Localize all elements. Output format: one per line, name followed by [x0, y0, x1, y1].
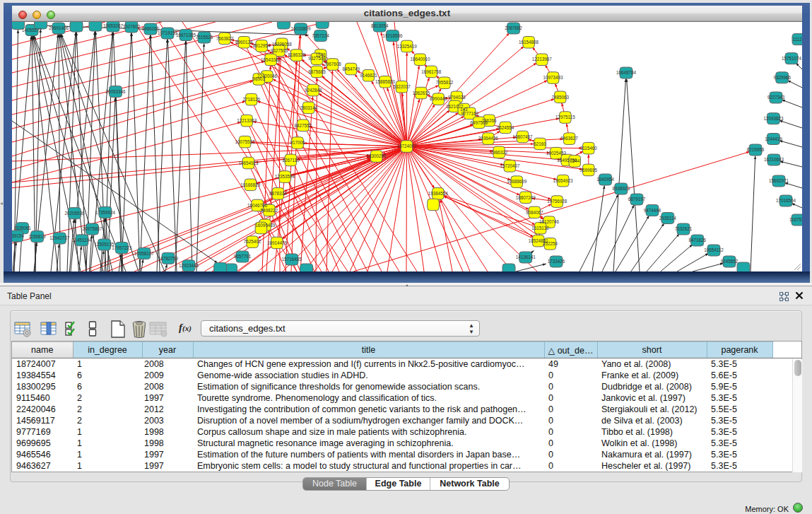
svg-text:20206536: 20206536 — [64, 211, 85, 216]
svg-text:7485063: 7485063 — [551, 95, 569, 100]
svg-text:1544: 1544 — [570, 158, 580, 163]
svg-text:139154: 139154 — [12, 233, 25, 238]
svg-text:20053346: 20053346 — [105, 89, 126, 94]
svg-text:10654112: 10654112 — [704, 247, 724, 252]
svg-text:1156819: 1156819 — [29, 234, 47, 239]
svg-text:2087682: 2087682 — [505, 25, 522, 30]
svg-text:9245652: 9245652 — [721, 259, 739, 264]
svg-text:9794028: 9794028 — [448, 95, 466, 100]
svg-text:8471626: 8471626 — [688, 238, 706, 243]
svg-text:8938923: 8938923 — [613, 186, 630, 191]
svg-text:10958107: 10958107 — [134, 251, 155, 256]
svg-text:917006: 917006 — [290, 140, 305, 145]
svg-text:19756928: 19756928 — [547, 199, 567, 204]
svg-text:6879197: 6879197 — [628, 197, 646, 201]
svg-text:9115460: 9115460 — [580, 146, 598, 151]
svg-text:1640954: 1640954 — [596, 177, 614, 182]
svg-text:2967608: 2967608 — [324, 62, 341, 66]
svg-text:6497568: 6497568 — [471, 120, 488, 125]
svg-text:8813054: 8813054 — [371, 23, 389, 28]
svg-text:18724007: 18724007 — [396, 144, 417, 148]
svg-text:7955812: 7955812 — [436, 80, 454, 85]
svg-text:9329966: 9329966 — [773, 75, 791, 80]
svg-text:19654923: 19654923 — [553, 178, 574, 183]
svg-text:19218506: 19218506 — [382, 33, 403, 38]
svg-text:12093823: 12093823 — [763, 116, 784, 121]
svg-text:18640910: 18640910 — [410, 57, 430, 62]
svg-text:7515526: 7515526 — [196, 35, 213, 40]
svg-text:16154808: 16154808 — [519, 40, 539, 45]
svg-text:6875685: 6875685 — [308, 69, 326, 74]
svg-text:12942737: 12942737 — [49, 235, 70, 240]
svg-text:10719155: 10719155 — [158, 30, 178, 35]
svg-text:10807487: 10807487 — [512, 134, 533, 139]
svg-text:17957223: 17957223 — [112, 245, 132, 250]
svg-text:16961758: 16961758 — [421, 69, 442, 74]
svg-text:8912954: 8912954 — [253, 43, 271, 48]
svg-text:8267110: 8267110 — [282, 158, 300, 163]
svg-text:1615132: 1615132 — [531, 226, 549, 230]
svg-text:18807249: 18807249 — [516, 195, 536, 200]
svg-text:7986322: 7986322 — [490, 150, 508, 155]
svg-text:19654923: 19654923 — [238, 160, 259, 165]
svg-text:19166829: 19166829 — [240, 182, 261, 187]
svg-text:8215958: 8215958 — [747, 147, 765, 152]
svg-text:16914479: 16914479 — [267, 240, 288, 245]
svg-text:16120746: 16120746 — [539, 219, 560, 224]
svg-text:8186328: 8186328 — [288, 52, 305, 57]
svg-text:5322037: 5322037 — [393, 84, 411, 89]
svg-text:20691406: 20691406 — [49, 25, 69, 30]
svg-text:1527602: 1527602 — [123, 24, 141, 29]
svg-text:2803144: 2803144 — [300, 105, 317, 110]
svg-text:10688609: 10688609 — [507, 179, 527, 184]
svg-text:2935114: 2935114 — [659, 216, 677, 221]
svg-text:1362615: 1362615 — [413, 90, 430, 95]
svg-text:18300295: 18300295 — [367, 153, 387, 158]
svg-text:16046766: 16046766 — [247, 203, 268, 208]
svg-text:16543382: 16543382 — [261, 57, 281, 62]
svg-text:16033809: 16033809 — [291, 26, 312, 31]
svg-text:20975867: 20975867 — [82, 226, 102, 231]
svg-text:10025453: 10025453 — [546, 151, 567, 156]
svg-text:15720407: 15720407 — [500, 163, 520, 168]
svg-text:8427552: 8427552 — [295, 123, 312, 128]
svg-text:17359924: 17359924 — [95, 210, 116, 215]
svg-text:8990448: 8990448 — [430, 96, 447, 101]
svg-text:15885820: 15885820 — [375, 79, 396, 84]
svg-text:1167533: 1167533 — [789, 217, 802, 222]
svg-text:9227343: 9227343 — [767, 95, 785, 100]
svg-text:7357224: 7357224 — [312, 33, 329, 38]
svg-text:12353594: 12353594 — [275, 174, 295, 179]
svg-text:15716485: 15716485 — [282, 257, 302, 262]
svg-text:7632621: 7632621 — [675, 226, 693, 231]
svg-text:12213967: 12213967 — [532, 57, 553, 62]
svg-text:252254: 252254 — [543, 241, 558, 246]
svg-text:62160: 62160 — [534, 141, 546, 146]
svg-text:1733426: 1733426 — [548, 259, 565, 264]
svg-text:9084067: 9084067 — [526, 210, 543, 215]
svg-text:2718126: 2718126 — [242, 97, 260, 102]
svg-text:9463627: 9463627 — [560, 136, 578, 141]
svg-text:10653267: 10653267 — [103, 23, 124, 28]
svg-text:7663822: 7663822 — [216, 36, 234, 41]
svg-text:16648784: 16648784 — [616, 70, 637, 75]
svg-text:16782759: 16782759 — [158, 256, 179, 261]
svg-text:10075532: 10075532 — [235, 139, 256, 144]
svg-text:19384554: 19384554 — [428, 191, 449, 196]
svg-text:1244419: 1244419 — [765, 136, 782, 141]
svg-text:15226058: 15226058 — [272, 42, 293, 47]
svg-text:12213363: 12213363 — [237, 118, 257, 123]
svg-text:7625402: 7625402 — [244, 239, 261, 244]
svg-text:15692971: 15692971 — [769, 178, 789, 183]
svg-text:98901: 98901 — [252, 76, 265, 81]
svg-text:14136141: 14136141 — [516, 255, 536, 259]
svg-text:1335061: 1335061 — [13, 226, 31, 230]
svg-text:5498222: 5498222 — [261, 208, 278, 213]
svg-text:15751074: 15751074 — [782, 56, 802, 61]
svg-text:11451194: 11451194 — [72, 238, 92, 243]
svg-text:16671385: 16671385 — [176, 33, 196, 37]
svg-text:17016504: 17016504 — [776, 198, 796, 203]
svg-text:14055572: 14055572 — [22, 28, 42, 33]
svg-text:9657791: 9657791 — [234, 254, 252, 259]
svg-text:9327508: 9327508 — [308, 56, 326, 61]
